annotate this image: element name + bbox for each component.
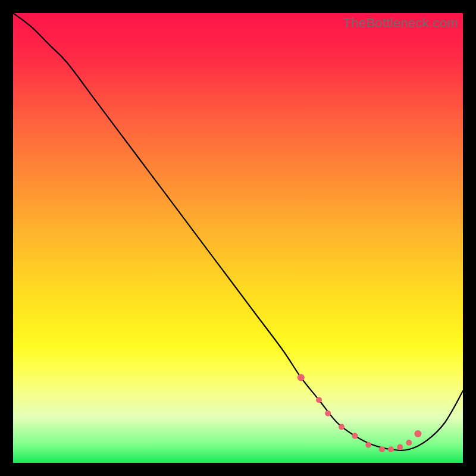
data-marker	[298, 374, 305, 381]
data-marker	[325, 411, 331, 416]
data-marker	[316, 397, 322, 403]
data-marker	[388, 446, 394, 452]
data-marker	[339, 424, 345, 430]
data-marker	[406, 440, 412, 446]
marker-group	[298, 374, 422, 452]
chart-svg	[13, 13, 463, 463]
data-marker	[397, 444, 403, 450]
data-marker	[352, 433, 358, 439]
data-marker	[365, 442, 371, 448]
data-marker	[379, 446, 385, 452]
bottleneck-curve	[13, 13, 463, 450]
data-marker	[414, 430, 421, 437]
chart-frame: TheBottleneck.com	[0, 0, 476, 476]
plot-area: TheBottleneck.com	[13, 13, 463, 463]
